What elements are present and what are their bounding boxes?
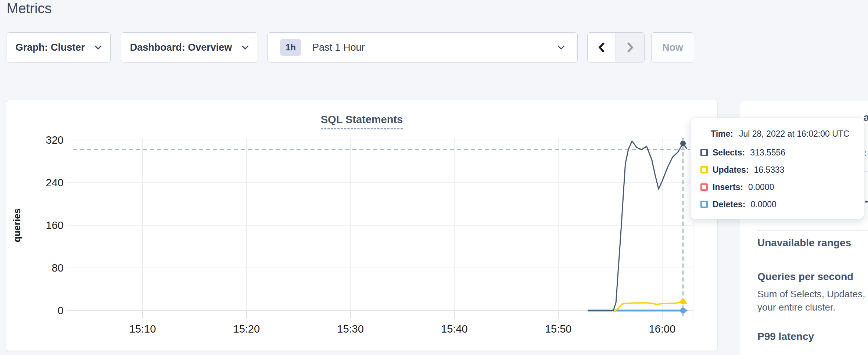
tooltip-row-deletes: Deletes: 0.0000 bbox=[700, 200, 864, 209]
page-title: Metrics bbox=[7, 1, 51, 17]
time-range-selector[interactable]: 1h Past 1 Hour bbox=[267, 32, 578, 62]
inserts-legend-icon bbox=[700, 183, 708, 191]
graph-dropdown-label: Graph: Cluster bbox=[15, 42, 85, 53]
tooltip-series-label: Deletes: bbox=[713, 200, 745, 209]
axis-label: 0 bbox=[58, 305, 64, 316]
tooltip-time-row: Time:Jul 28, 2022 at 16:02:00 UTC bbox=[711, 129, 864, 139]
hover-dot-deletes bbox=[680, 308, 686, 313]
tooltip-series-label: Updates: bbox=[713, 165, 749, 175]
chevron-down-icon bbox=[94, 45, 102, 50]
stat-description-line2: your entire cluster. bbox=[757, 302, 835, 313]
stat-p99-latency: P99 latency bbox=[757, 331, 814, 343]
updates-legend-icon bbox=[700, 166, 708, 173]
sql-statements-panel: SQL Statements 32024016080015:1015:2015:… bbox=[6, 100, 718, 351]
time-next-button-disabled[interactable] bbox=[616, 33, 644, 62]
time-range-badge: 1h bbox=[280, 39, 301, 56]
tooltip-series-value: 0.0000 bbox=[750, 200, 776, 209]
tooltip-series-value: 16.5333 bbox=[754, 165, 784, 175]
axis-label: 240 bbox=[46, 177, 64, 189]
axis-label: 160 bbox=[46, 219, 64, 231]
chevron-left-icon bbox=[598, 42, 606, 53]
hover-dot-updates bbox=[680, 299, 686, 305]
axis-label: 15:30 bbox=[337, 323, 364, 335]
tooltip-series-label: Selects: bbox=[713, 148, 745, 158]
axis-label: 80 bbox=[52, 262, 64, 274]
chevron-right-icon bbox=[626, 42, 634, 53]
graph-dropdown[interactable]: Graph: Cluster bbox=[7, 32, 111, 62]
divider bbox=[757, 264, 868, 264]
axis-label: 15:10 bbox=[129, 323, 156, 335]
axis-label: 15:50 bbox=[545, 323, 572, 335]
series-line-selects bbox=[588, 141, 686, 311]
chevron-down-icon bbox=[557, 45, 565, 50]
tooltip-series-value: 0.0000 bbox=[748, 182, 774, 192]
axis-label: 15:40 bbox=[441, 323, 468, 335]
deletes-legend-icon bbox=[700, 201, 708, 208]
time-nav-group bbox=[587, 32, 645, 62]
tooltip-time-value: Jul 28, 2022 at 16:02:00 UTC bbox=[739, 129, 849, 139]
clipped-sidebar-link: : bbox=[864, 148, 867, 158]
chevron-down-icon bbox=[241, 45, 249, 50]
axis-label: 15:20 bbox=[233, 323, 260, 335]
axis-label: 320 bbox=[46, 134, 64, 146]
time-range-label: Past 1 Hour bbox=[312, 42, 365, 53]
tooltip-series-label: Inserts: bbox=[713, 182, 743, 192]
dashboard-dropdown[interactable]: Dashboard: Overview bbox=[121, 32, 258, 62]
divider bbox=[757, 230, 868, 231]
series-line-updates bbox=[588, 302, 686, 311]
tooltip-row-updates: Updates: 16.5333 bbox=[700, 165, 864, 175]
selects-legend-icon bbox=[700, 149, 708, 156]
divider bbox=[757, 323, 868, 323]
time-prev-button[interactable] bbox=[588, 33, 616, 62]
axis-label: queries bbox=[11, 208, 22, 243]
stat-queries-per-second: Queries per second bbox=[757, 271, 853, 283]
chart-hover-tooltip: Time:Jul 28, 2022 at 16:02:00 UTC Select… bbox=[690, 118, 864, 219]
stat-description-line1: Sum of Selects, Updates, Inser bbox=[757, 288, 868, 300]
clipped-sidebar-mark bbox=[865, 201, 868, 202]
hover-dot-selects bbox=[680, 141, 686, 146]
dashboard-dropdown-label: Dashboard: Overview bbox=[130, 42, 232, 53]
axis-label: 16:00 bbox=[649, 323, 676, 335]
tooltip-row-inserts: Inserts: 0.0000 bbox=[700, 182, 864, 192]
tooltip-row-selects: Selects: 313.5556 bbox=[700, 148, 864, 157]
tooltip-series-value: 313.5556 bbox=[750, 148, 785, 158]
now-button[interactable]: Now bbox=[651, 32, 694, 62]
stat-unavailable-ranges: Unavailable ranges bbox=[757, 237, 851, 249]
tooltip-time-label: Time: bbox=[711, 129, 733, 139]
sql-statements-chart[interactable]: 32024016080015:1015:2015:3015:4015:5016:… bbox=[6, 100, 718, 351]
